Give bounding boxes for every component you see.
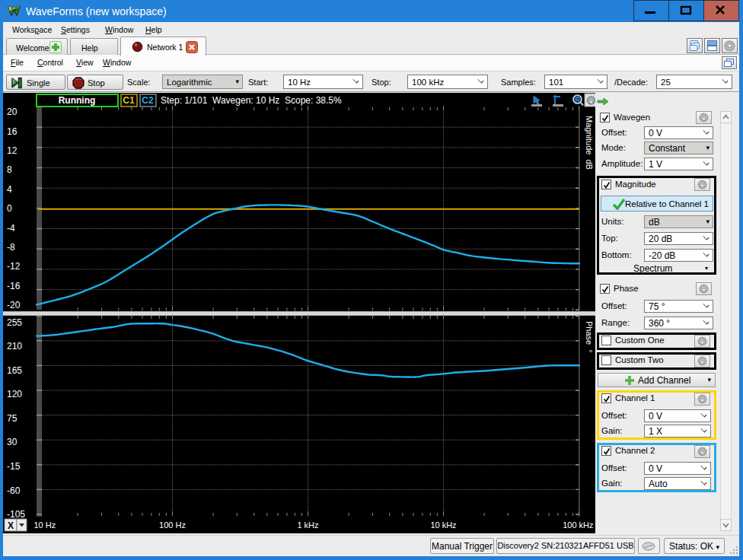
svg-text:10 Hz: 10 Hz — [34, 520, 56, 530]
svg-text:20: 20 — [7, 107, 18, 117]
svg-text:75: 75 — [7, 413, 18, 424]
svg-text:Phase °: Phase ° — [585, 321, 594, 353]
svg-text:4: 4 — [7, 184, 12, 195]
svg-text:0: 0 — [7, 203, 12, 214]
svg-text:1 kHz: 1 kHz — [297, 520, 318, 530]
svg-text:-105: -105 — [7, 509, 25, 520]
svg-text:X: X — [8, 520, 14, 531]
svg-text:210: 210 — [7, 341, 22, 352]
svg-text:-60: -60 — [7, 485, 21, 496]
svg-text:-4: -4 — [7, 223, 15, 234]
svg-text:100 kHz: 100 kHz — [563, 520, 593, 530]
svg-text:1: 1 — [11, 78, 15, 85]
svg-text:30: 30 — [7, 437, 18, 447]
svg-text:Magnitude dB: Magnitude dB — [585, 116, 594, 170]
svg-text:255: 255 — [7, 317, 22, 328]
svg-text:100 Hz: 100 Hz — [159, 520, 186, 530]
svg-text:10 kHz: 10 kHz — [430, 520, 456, 530]
svg-text:-8: -8 — [7, 242, 15, 253]
svg-text:16: 16 — [7, 126, 18, 137]
svg-text:-16: -16 — [7, 281, 21, 291]
svg-text:-12: -12 — [7, 261, 21, 272]
svg-text:8: 8 — [7, 164, 12, 175]
svg-text:Running: Running — [59, 95, 96, 106]
svg-text:C2: C2 — [142, 95, 154, 106]
svg-text:Step: 1/101 Wavegen: 10 Hz S: Step: 1/101 Wavegen: 10 Hz Scope: 38.5% — [161, 95, 342, 106]
svg-text:12: 12 — [7, 145, 18, 156]
svg-text:165: 165 — [7, 365, 22, 376]
svg-text:120: 120 — [7, 389, 22, 399]
svg-text:C1: C1 — [123, 95, 135, 106]
svg-text:-20: -20 — [7, 300, 21, 310]
svg-text:-15: -15 — [7, 461, 21, 472]
